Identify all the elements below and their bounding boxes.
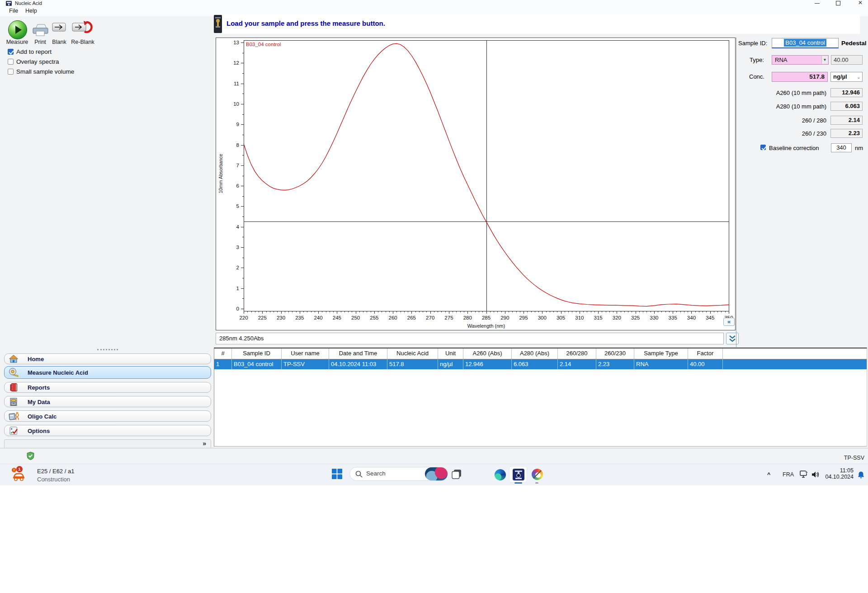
window-title: Nucleic Acid (15, 0, 42, 6)
search-input[interactable]: Search (349, 467, 448, 481)
column-header[interactable]: 260/230 (596, 348, 634, 359)
column-header[interactable]: 260/280 (558, 348, 596, 359)
paint-app-button[interactable] (532, 469, 543, 480)
panel-splitter[interactable] (97, 349, 118, 352)
message-bar: Load your sample and press the measure b… (222, 14, 860, 34)
sidebar-item-options[interactable]: Options (4, 425, 211, 436)
svg-text:245: 245 (333, 315, 341, 320)
edge-browser-button[interactable] (495, 469, 506, 480)
column-header[interactable]: User name (282, 348, 329, 359)
language-indicator[interactable]: FRA (783, 471, 794, 478)
column-header[interactable]: A260 (Abs) (463, 348, 512, 359)
clock[interactable]: 11:05 04.10.2024 (821, 468, 854, 480)
results-table: #Sample IDUser nameDate and TimeNucleic … (214, 348, 867, 447)
table-cell: 517.8 (387, 359, 438, 369)
svg-text:265: 265 (407, 315, 416, 320)
sample-id-input[interactable]: B03_04 control (772, 38, 839, 48)
add-to-report-label: Add to report (16, 48, 52, 55)
ratio-260-230-label: 260 / 230 (741, 130, 826, 137)
column-header[interactable]: A280 (Abs) (512, 348, 558, 359)
collapse-chart-button[interactable]: « (723, 318, 735, 326)
car-traffic-icon (12, 471, 26, 481)
sidebar-item-home[interactable]: Home (4, 353, 211, 364)
column-header[interactable]: Sample Type (634, 348, 688, 359)
screen: Nucleic Acid ✕ File Help Measure Print B… (0, 0, 868, 593)
svg-text:1: 1 (236, 286, 239, 291)
menu-help[interactable]: Help (25, 8, 37, 14)
column-header[interactable]: Date and Time (329, 348, 387, 359)
sidebar-item-measure-nucleic-acid[interactable]: Measure Nucleic Acid (4, 366, 211, 379)
search-highlight-image[interactable] (425, 467, 448, 480)
svg-text:320: 320 (613, 315, 621, 320)
svg-text:295: 295 (519, 315, 528, 320)
menu-file[interactable]: File (9, 8, 18, 14)
ratio-260-280-label: 260 / 280 (741, 117, 826, 124)
panel-divider (736, 38, 736, 347)
sidebar-item-oligo-calc[interactable]: Oligo Calc (4, 410, 211, 422)
overlay-spectra-checkbox[interactable] (8, 59, 14, 65)
search-icon (355, 471, 363, 478)
column-header[interactable]: # (214, 348, 232, 359)
table-cell: B03_04 control (232, 359, 282, 369)
restore-button[interactable] (836, 1, 840, 5)
column-header[interactable]: Factor (688, 348, 723, 359)
table-cell: RNA (634, 359, 688, 369)
measure-tape-icon (8, 367, 19, 378)
small-sample-volume-checkbox[interactable] (8, 69, 14, 75)
svg-text:260: 260 (389, 315, 397, 320)
tray-expand-chevron[interactable]: ^ (767, 471, 770, 478)
widgets-button[interactable]: ! 1 E25 / E62 / a1 Construction (10, 465, 96, 485)
nanodrop-app-button[interactable] (509, 466, 527, 483)
minimize-button[interactable] (815, 3, 820, 4)
sidebar-collapse-bar[interactable]: » (4, 439, 211, 449)
ratio-260-230-value: 2.23 (830, 129, 863, 138)
app-status-bar: TP-SSV (0, 448, 868, 464)
column-header[interactable]: Sample ID (232, 348, 282, 359)
svg-text:225: 225 (258, 315, 267, 320)
svg-text:11: 11 (234, 81, 239, 86)
table-cell: 12.946 (463, 359, 512, 369)
volume-icon[interactable] (811, 471, 820, 478)
svg-text:10mm Absorbance: 10mm Absorbance (218, 154, 223, 193)
column-header[interactable]: Unit (438, 348, 463, 359)
unit-dropdown[interactable]: ng/µl⌄ (830, 72, 863, 82)
expand-table-button[interactable] (726, 333, 739, 344)
network-icon[interactable] (800, 471, 809, 479)
add-to-report-checkbox[interactable] (8, 49, 14, 55)
type-label: Type: (750, 56, 764, 63)
sidebar-item-my-data[interactable]: My Data (4, 396, 211, 407)
svg-text:315: 315 (594, 315, 603, 320)
task-view-button[interactable] (452, 469, 462, 479)
svg-text:B03_04 control: B03_04 control (246, 42, 281, 47)
re-blank-icon (72, 21, 92, 32)
measure-button[interactable] (8, 20, 27, 39)
dropdown-arrow-icon[interactable]: ▼ (821, 56, 828, 64)
re-blank-button[interactable] (72, 20, 94, 34)
date-label: 04.10.2024 (821, 474, 854, 480)
blank-button[interactable] (52, 21, 66, 33)
svg-text:220: 220 (239, 315, 248, 320)
start-button[interactable] (332, 469, 342, 479)
spectrum-chart[interactable]: 2202252302352402452502552602652702752802… (216, 38, 736, 330)
absorbance-spectrum-plot[interactable]: 2202252302352402452502552602652702752802… (216, 38, 735, 330)
alert-icon: ! (12, 468, 16, 472)
table-row[interactable]: 1B03_04 controlTP-SSV04.10.2024 11:03517… (214, 359, 867, 369)
home-icon (8, 353, 19, 364)
chevron-down-icon: ⌄ (857, 72, 861, 81)
taskbar: ! 1 E25 / E62 / a1 Construction Search (0, 464, 868, 485)
baseline-wavelength-input[interactable]: 340 (831, 143, 852, 152)
print-button[interactable] (32, 22, 50, 37)
running-app-indicator (535, 482, 538, 484)
conc-value: 517.8 (809, 73, 825, 80)
sidebar-item-reports[interactable]: Reports (4, 382, 211, 393)
unit-value: ng/µl (833, 73, 847, 80)
close-button[interactable]: ✕ (858, 0, 863, 6)
svg-text:305: 305 (557, 315, 565, 320)
baseline-correction-checkbox[interactable] (760, 145, 766, 150)
table-cell: ng/µl (438, 359, 463, 369)
type-dropdown[interactable]: RNA▼ (772, 55, 829, 65)
conc-label: Conc. (749, 73, 764, 80)
column-header[interactable]: Nucleic Acid (387, 348, 438, 359)
notification-bell-icon[interactable] (857, 471, 865, 479)
svg-text:300: 300 (538, 315, 547, 320)
